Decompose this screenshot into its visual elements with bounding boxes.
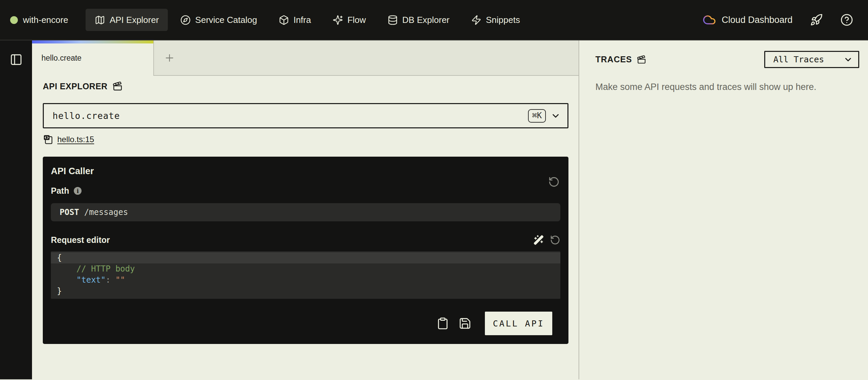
- zap-icon: [471, 15, 482, 25]
- reset-body-button[interactable]: [550, 235, 560, 245]
- endpoint-selector[interactable]: hello.create ⌘K: [43, 103, 568, 128]
- code-line-3: "text": "": [51, 275, 560, 286]
- nav-item-infra[interactable]: Infra: [270, 9, 320, 31]
- clapperboard-icon: [113, 81, 123, 91]
- wand-sparkles-icon: [533, 235, 544, 245]
- api-caller-footer: CALL API: [51, 312, 560, 335]
- nav-item-api-explorer[interactable]: API Explorer: [86, 9, 168, 31]
- map-icon: [95, 15, 105, 25]
- reset-icon: [550, 235, 560, 245]
- chevron-down-icon: [843, 55, 853, 64]
- endpoint-method-path: POST /messages: [51, 203, 560, 221]
- traces-empty-message: Make some API requests and traces will s…: [595, 82, 859, 92]
- tab-strip: hello.create: [32, 40, 579, 76]
- rocket-icon: [810, 13, 823, 26]
- http-method: POST: [60, 208, 79, 217]
- call-api-button[interactable]: CALL API: [485, 312, 552, 335]
- top-nav: with-encore API Explorer Service Catalog…: [0, 0, 868, 40]
- request-editor-header: Request editor: [51, 235, 560, 245]
- nav-item-snippets[interactable]: Snippets: [462, 9, 529, 31]
- source-file-link[interactable]: hello.ts:15: [57, 135, 94, 144]
- help-icon: [840, 13, 853, 26]
- main-nav: API Explorer Service Catalog Infra Flow …: [86, 9, 529, 31]
- sparkle-icon: [333, 15, 343, 25]
- tab-strip-rest: [153, 40, 579, 76]
- sidebar-toggle-button[interactable]: [10, 53, 23, 66]
- save-request-button[interactable]: [459, 317, 471, 330]
- chevron-down-icon: [551, 111, 561, 121]
- cloud-dashboard-link[interactable]: Cloud Dashboard: [703, 13, 793, 27]
- http-path: /messages: [84, 208, 128, 217]
- left-rail: [0, 40, 32, 379]
- path-label: Path: [51, 186, 69, 196]
- reset-path-button[interactable]: [548, 176, 560, 188]
- reset-icon: [548, 176, 560, 188]
- nav-item-label: DB Explorer: [402, 15, 450, 25]
- code-line-1: {: [51, 252, 560, 263]
- help-button[interactable]: [840, 13, 853, 26]
- database-icon: [388, 15, 398, 25]
- traces-filter-dropdown[interactable]: All Traces: [764, 51, 859, 68]
- code-line-2: // HTTP body: [51, 263, 560, 275]
- nav-item-label: Flow: [347, 15, 366, 25]
- box-icon: [279, 15, 289, 25]
- nav-item-service-catalog[interactable]: Service Catalog: [171, 9, 266, 31]
- save-icon: [459, 317, 471, 330]
- nav-item-flow[interactable]: Flow: [323, 9, 375, 31]
- source-file-row: hello.ts:15: [43, 134, 568, 145]
- tab-hello-create[interactable]: hello.create: [32, 40, 153, 76]
- api-explorer-heading: API EXPLORER: [43, 81, 568, 91]
- request-body-editor[interactable]: { // HTTP body "text": "" }: [51, 251, 560, 299]
- autofill-button[interactable]: [533, 235, 544, 245]
- panel-left-icon: [10, 53, 23, 66]
- shortcut-badge: ⌘K: [528, 109, 546, 123]
- compass-icon: [180, 15, 191, 25]
- nav-item-label: API Explorer: [110, 15, 159, 25]
- traces-title: TRACES: [595, 55, 632, 64]
- info-icon[interactable]: i: [74, 187, 82, 195]
- app-status-dot: [10, 16, 18, 24]
- api-caller-title: API Caller: [51, 166, 560, 177]
- api-explorer-content: API EXPLORER hello.create ⌘K hello.ts:15: [32, 76, 579, 344]
- traces-panel: TRACES All Traces Make some API requests…: [579, 40, 868, 379]
- traces-filter-value: All Traces: [773, 55, 824, 64]
- request-editor-label: Request editor: [51, 235, 110, 245]
- endpoint-selector-value: hello.create: [53, 111, 120, 121]
- api-caller-panel: API Caller Path i POST /messages Request…: [43, 157, 568, 344]
- clapperboard-icon: [637, 55, 646, 64]
- clipboard-icon: [436, 317, 449, 330]
- launch-button[interactable]: [810, 13, 823, 26]
- tab-label: hello.create: [41, 54, 82, 63]
- page-title: API EXPLORER: [43, 82, 107, 91]
- nav-item-label: Service Catalog: [195, 15, 257, 25]
- nav-item-label: Snippets: [486, 15, 520, 25]
- cloud-icon: [703, 13, 716, 27]
- new-tab-button[interactable]: [162, 51, 177, 65]
- nav-item-label: Infra: [293, 15, 311, 25]
- path-row: Path i: [51, 186, 560, 196]
- file-code-icon: [43, 134, 53, 145]
- app-name: with-encore: [23, 15, 68, 25]
- nav-item-db-explorer[interactable]: DB Explorer: [378, 9, 459, 31]
- app-brand: with-encore: [10, 15, 68, 25]
- code-line-4: }: [51, 286, 560, 297]
- copy-request-button[interactable]: [436, 317, 449, 330]
- plus-icon: [164, 52, 175, 64]
- main-column: hello.create API EXPLORER hello.create: [32, 40, 579, 379]
- cloud-dashboard-label: Cloud Dashboard: [722, 15, 793, 25]
- traces-header: TRACES All Traces: [595, 51, 859, 68]
